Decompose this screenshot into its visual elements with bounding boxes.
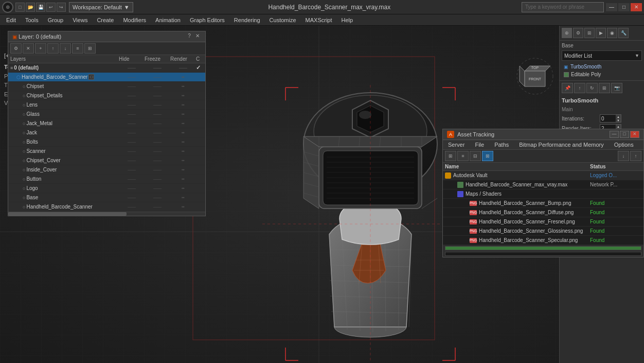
asset-tool-list[interactable]: ≡	[457, 151, 469, 161]
table-row[interactable]: ○ Button —— —— ▪▪	[8, 175, 205, 184]
list-item[interactable]: PNG Handheld_Barcode_Scanner_Diffuse.png…	[443, 208, 643, 217]
layer-tool-add[interactable]: +	[35, 43, 46, 54]
layer-freeze-jm[interactable]: ——	[145, 121, 170, 126]
layer-freeze-scanner[interactable]: ——	[145, 75, 170, 79]
table-row[interactable]: ≡ 0 (default) —— —— —— ✓	[8, 63, 205, 73]
layer-render-bolts[interactable]: ▪▪	[170, 140, 196, 144]
asset-panel-maximize[interactable]: □	[620, 131, 629, 138]
undo-btn[interactable]: ↩	[46, 3, 56, 12]
rp-tab-motion[interactable]: ▶	[596, 28, 606, 38]
modifier-editpoly[interactable]: Editable Poly	[562, 71, 642, 78]
layer-freeze-chipset[interactable]: ——	[145, 84, 170, 89]
layer-render-chipset[interactable]: ▪▪	[170, 84, 196, 89]
menu-rendering[interactable]: Rendering	[230, 15, 264, 25]
ts-render-up[interactable]: ▲	[616, 125, 621, 128]
minimize-btn[interactable]: —	[606, 3, 617, 11]
asset-tool-upload[interactable]: ↑	[630, 151, 641, 161]
list-item[interactable]: PNG Handheld_Barcode_Scanner_Glossiness.…	[443, 227, 643, 236]
layer-hide-ic[interactable]: ——	[119, 167, 145, 172]
menu-create[interactable]: Create	[93, 15, 118, 25]
modifier-turbosmooth[interactable]: ▣ TurboSmooth	[562, 63, 642, 71]
mod-tool-camera[interactable]: 📷	[611, 83, 622, 93]
layer-tool-sort[interactable]: ≡	[72, 43, 83, 54]
list-item[interactable]: PNG Handheld_Barcode_Scanner_Specular.pn…	[443, 236, 643, 245]
table-row[interactable]: ○ Chipset_Details —— —— ▪▪	[8, 91, 205, 100]
layer-render-base[interactable]: ▪▪	[170, 195, 196, 200]
workspace-selector[interactable]: Workspace: Default ▼	[69, 2, 133, 12]
redo-btn[interactable]: ↪	[57, 3, 66, 12]
asset-menu-options[interactable]: Options	[609, 140, 639, 149]
layer-freeze-jack[interactable]: ——	[145, 130, 170, 135]
layer-freeze-base[interactable]: ——	[145, 195, 170, 200]
layer-hide-0[interactable]: ——	[119, 65, 145, 70]
asset-menu-server[interactable]: Server	[443, 140, 470, 149]
layer-render-logo[interactable]: ▪▪	[170, 186, 196, 191]
search-box[interactable]: Type a keyword or phrase	[522, 2, 604, 12]
table-row[interactable]: ○ Jack_Metal —— —— ▪▪	[8, 119, 205, 128]
mod-tool-rotate[interactable]: ↻	[586, 83, 598, 93]
layer-scrollbar[interactable]	[8, 212, 205, 216]
list-item[interactable]: PNG Handheld_Barcode_Scanner_Fresnel.png…	[443, 217, 643, 227]
list-item[interactable]: Maps / Shaders	[443, 189, 643, 199]
menu-maxscript[interactable]: MAXScript	[301, 15, 336, 25]
list-item[interactable]: Autodesk Vault Logged O...	[443, 171, 643, 180]
layer-hide-cd[interactable]: ——	[119, 93, 145, 98]
ts-iterations-spinner[interactable]: 0 ▲ ▼	[600, 114, 621, 123]
asset-tool-details[interactable]: ⊠	[482, 151, 493, 161]
table-row[interactable]: ○ Lens —— —— ▪▪	[8, 100, 205, 110]
layer-scrollbar-thumb[interactable]	[8, 212, 127, 216]
save-btn[interactable]: 💾	[36, 3, 45, 12]
table-row[interactable]: ○ Jack —— —— ▪▪	[8, 128, 205, 137]
layer-freeze-0[interactable]: ——	[145, 65, 170, 70]
rp-tab-modify[interactable]: ⚙	[573, 28, 583, 38]
list-item[interactable]: Handheld_Barcode_Scanner_max_vray.max Ne…	[443, 180, 643, 189]
table-row[interactable]: ○ Scanner —— —— ▪▪	[8, 147, 205, 156]
layer-freeze-so[interactable]: ——	[145, 149, 170, 153]
menu-animation[interactable]: Animation	[151, 15, 185, 25]
layer-hide-cc[interactable]: ——	[119, 158, 145, 163]
asset-menu-file[interactable]: File	[470, 140, 489, 149]
layer-hide-logo[interactable]: ——	[119, 186, 145, 191]
modifier-list-dropdown[interactable]: Modifier List ▼	[562, 50, 642, 61]
navigation-cube[interactable]: TOP FRONT	[514, 56, 556, 97]
layer-hide-so[interactable]: ——	[119, 149, 145, 153]
layer-tool-move2[interactable]: ↓	[60, 43, 71, 54]
rp-tab-create[interactable]: ⊕	[562, 28, 572, 38]
layer-freeze-cd[interactable]: ——	[145, 93, 170, 98]
table-row[interactable]: ○ Inside_Cover —— —— ▪▪	[8, 165, 205, 175]
layer-render-btn[interactable]: ▪▪	[170, 177, 196, 181]
layer-tool-delete[interactable]: ✕	[23, 43, 34, 54]
menu-modifiers[interactable]: Modifiers	[119, 15, 150, 25]
layer-freeze-lens[interactable]: ——	[145, 102, 170, 107]
table-row[interactable]: ⬡ Handheld_Barcode_Scanner □ —— —— ▪▪	[8, 73, 205, 82]
rp-tab-hierarchy[interactable]: ⊞	[584, 28, 595, 38]
layer-render-scanner[interactable]: ▪▪	[170, 75, 196, 79]
layer-panel-question[interactable]: ?	[186, 33, 193, 40]
mod-tool-scale[interactable]: ⊞	[599, 83, 610, 93]
layer-hide-hbs2[interactable]: ——	[119, 204, 145, 209]
rp-tab-display[interactable]: ◉	[607, 28, 617, 38]
table-row[interactable]: ○ Base —— —— ▪▪	[8, 193, 205, 202]
layer-hide-jm[interactable]: ——	[119, 121, 145, 126]
layer-render-0[interactable]: ——	[170, 65, 196, 70]
asset-menu-paths[interactable]: Paths	[489, 140, 514, 149]
table-row[interactable]: ○ Bolts —— —— ▪▪	[8, 137, 205, 147]
layer-freeze-btn[interactable]: ——	[145, 177, 170, 181]
layer-render-jm[interactable]: ▪▪	[170, 121, 196, 126]
layer-panel-close[interactable]: ✕	[194, 33, 201, 40]
menu-views[interactable]: Views	[68, 15, 92, 25]
layer-hide-bolts[interactable]: ——	[119, 140, 145, 144]
table-row[interactable]: ○ Chipset —— —— ▪▪	[8, 82, 205, 91]
asset-tool-refresh[interactable]: ⊞	[445, 151, 456, 161]
layer-render-glass[interactable]: ▪▪	[170, 112, 196, 116]
layer-freeze-hbs2[interactable]: ——	[145, 204, 170, 209]
layer-freeze-logo[interactable]: ——	[145, 186, 170, 191]
layer-freeze-cc[interactable]: ——	[145, 158, 170, 163]
menu-graph-editors[interactable]: Graph Editors	[186, 15, 229, 25]
ts-iter-down[interactable]: ▼	[616, 118, 621, 122]
asset-panel-minimize[interactable]: —	[610, 131, 619, 138]
layer-render-jack[interactable]: ▪▪	[170, 130, 196, 135]
open-btn[interactable]: 📂	[26, 3, 35, 12]
layer-hide-glass[interactable]: ——	[119, 112, 145, 116]
asset-menu-bitmap[interactable]: Bitmap Performance and Memory	[514, 140, 609, 149]
